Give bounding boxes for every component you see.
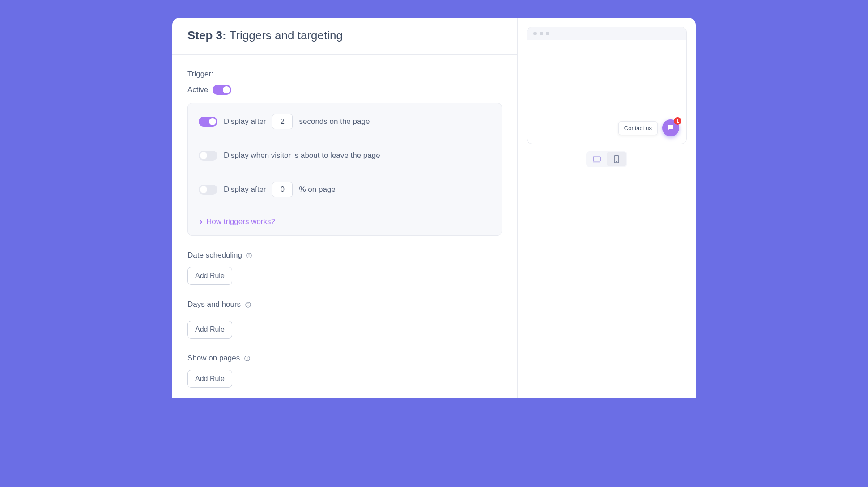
trigger-row-exit: Display when visitor is about to leave t…	[188, 140, 502, 171]
preview-window-dots	[527, 27, 686, 40]
date-scheduling-label-row: Date scheduling	[187, 251, 502, 260]
info-icon[interactable]	[246, 252, 253, 259]
active-label: Active	[187, 85, 208, 94]
section-show-pages: Show on pages Add Rule	[187, 354, 502, 388]
how-triggers-link[interactable]: How triggers works?	[188, 208, 502, 235]
chat-button[interactable]: 1	[662, 119, 679, 136]
chevron-right-icon	[198, 220, 203, 224]
preview-body: Contact us 1	[527, 40, 686, 144]
step-prefix: Step 3:	[187, 29, 226, 42]
active-toggle[interactable]	[213, 85, 231, 95]
content-area: Trigger: Active Display after seconds on…	[172, 55, 517, 398]
trigger-label: Trigger:	[187, 70, 502, 79]
window-dot-icon	[540, 32, 543, 35]
active-row: Active	[187, 85, 502, 95]
step-title: Triggers and targeting	[229, 29, 342, 42]
trigger-seconds-input[interactable]	[272, 114, 293, 129]
section-days-hours: Days and hours Add Rule	[187, 300, 502, 339]
main-column: Step 3: Triggers and targeting Trigger: …	[172, 18, 518, 398]
trigger-seconds-after: seconds on the page	[299, 117, 370, 126]
add-rule-button[interactable]: Add Rule	[187, 267, 232, 285]
window-dot-icon	[546, 32, 549, 35]
svg-point-2	[249, 254, 250, 254]
trigger-scroll-toggle[interactable]	[199, 185, 217, 195]
add-rule-button[interactable]: Add Rule	[187, 370, 232, 388]
svg-point-12	[616, 161, 617, 162]
preview-column: Contact us 1	[518, 18, 696, 398]
svg-point-8	[247, 357, 247, 357]
trigger-scroll-before: Display after	[224, 185, 266, 194]
window-dot-icon	[533, 32, 537, 35]
trigger-row-scroll: Display after % on page	[188, 171, 502, 208]
trigger-seconds-before: Display after	[224, 117, 266, 126]
days-hours-label-row: Days and hours	[187, 300, 502, 309]
page-title: Step 3: Triggers and targeting	[187, 29, 502, 42]
days-hours-label: Days and hours	[187, 300, 241, 309]
preview-box: Contact us 1	[527, 27, 687, 144]
trigger-row-seconds: Display after seconds on the page	[188, 103, 502, 140]
svg-rect-9	[593, 157, 600, 161]
device-switch	[527, 151, 687, 167]
contact-us-pill[interactable]: Contact us	[618, 121, 658, 135]
svg-point-5	[248, 303, 248, 304]
trigger-exit-label: Display when visitor is about to leave t…	[224, 151, 380, 160]
mobile-view-button[interactable]	[607, 152, 626, 166]
date-scheduling-label: Date scheduling	[187, 251, 242, 260]
settings-card: Step 3: Triggers and targeting Trigger: …	[172, 18, 696, 398]
trigger-seconds-toggle[interactable]	[199, 117, 217, 127]
trigger-scroll-after: % on page	[299, 185, 335, 194]
desktop-view-button[interactable]	[587, 152, 607, 166]
section-date-scheduling: Date scheduling Add Rule	[187, 251, 502, 285]
triggers-panel: Display after seconds on the page Displa…	[187, 103, 502, 236]
info-icon[interactable]	[243, 355, 251, 362]
trigger-scroll-input[interactable]	[272, 182, 293, 197]
how-triggers-text: How triggers works?	[206, 217, 275, 226]
trigger-exit-toggle[interactable]	[199, 151, 217, 161]
chat-widget: Contact us 1	[618, 119, 679, 136]
chat-badge: 1	[674, 117, 681, 125]
show-pages-label-row: Show on pages	[187, 354, 502, 363]
add-rule-button[interactable]: Add Rule	[187, 321, 232, 339]
show-pages-label: Show on pages	[187, 354, 240, 363]
info-icon[interactable]	[244, 301, 251, 308]
step-header: Step 3: Triggers and targeting	[172, 18, 517, 55]
